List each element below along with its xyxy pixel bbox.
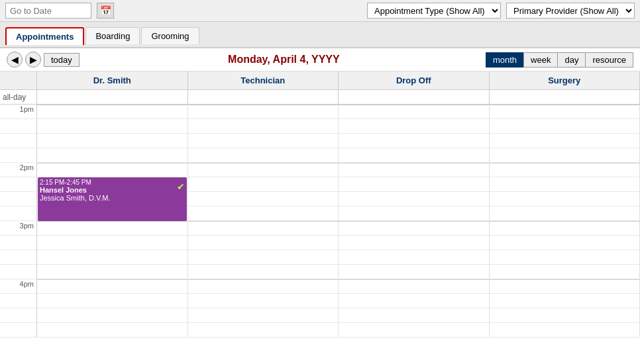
cell-1pm-2-dropoff[interactable] <box>339 134 490 148</box>
cell-3pm-2-dropoff[interactable] <box>339 250 490 264</box>
cell-1pm-0-drsmith[interactable] <box>37 105 188 118</box>
cell-4pm-0-surgery[interactable] <box>490 279 641 293</box>
time-row-3pm-2 <box>0 250 640 265</box>
cell-4pm-1-tech[interactable] <box>188 294 339 308</box>
cell-3pm-2-tech[interactable] <box>188 250 339 264</box>
cell-2pm-2-dropoff[interactable] <box>339 192 490 206</box>
cell-3pm-0-surgery[interactable] <box>490 221 641 235</box>
cell-1pm-0-tech[interactable] <box>188 105 339 118</box>
cell-3pm-2-drsmith[interactable] <box>37 250 188 264</box>
time-label-1pm-3 <box>0 148 37 162</box>
all-day-cell-4 <box>490 90 641 104</box>
tab-boarding[interactable]: Boarding <box>85 27 140 44</box>
cell-3pm-3-surgery[interactable] <box>490 265 641 279</box>
cell-4pm-2-surgery[interactable] <box>490 308 641 322</box>
all-day-label: all-day <box>0 90 37 104</box>
cell-2pm-1-drsmith[interactable]: 2:15 PM-2:45 PM Hansel Jones Jessica Smi… <box>37 177 188 191</box>
tab-grooming[interactable]: Grooming <box>141 27 199 44</box>
cell-1pm-3-surgery[interactable] <box>490 148 641 162</box>
tab-appointments[interactable]: Appointments <box>5 27 84 45</box>
cell-4pm-0-dropoff[interactable] <box>339 279 490 293</box>
cell-2pm-1-tech[interactable] <box>188 177 339 191</box>
cell-4pm-2-tech[interactable] <box>188 308 339 322</box>
cell-3pm-3-drsmith[interactable] <box>37 265 188 279</box>
cell-4pm-2-drsmith[interactable] <box>37 308 188 322</box>
time-row-2pm-0: 2pm <box>0 163 640 177</box>
cell-3pm-1-tech[interactable] <box>188 236 339 250</box>
go-to-date-input[interactable] <box>5 3 91 19</box>
cell-4pm-2-dropoff[interactable] <box>339 308 490 322</box>
cell-3pm-3-tech[interactable] <box>188 265 339 279</box>
cell-1pm-3-dropoff[interactable] <box>339 148 490 162</box>
cell-1pm-1-drsmith[interactable] <box>37 119 188 133</box>
cell-3pm-1-drsmith[interactable] <box>37 236 188 250</box>
cell-1pm-0-surgery[interactable] <box>490 105 641 118</box>
time-row-1pm-0: 1pm <box>0 105 640 119</box>
prev-button[interactable]: ◀ <box>7 52 23 68</box>
appointment-block[interactable]: 2:15 PM-2:45 PM Hansel Jones Jessica Smi… <box>38 177 187 221</box>
cell-4pm-1-drsmith[interactable] <box>37 294 188 308</box>
view-month-button[interactable]: month <box>486 52 523 68</box>
col-header-technician: Technician <box>188 71 339 89</box>
main-content: Dr. Smith Technician Drop Off Surgery al… <box>0 71 640 364</box>
tabs-bar: Appointments Boarding Grooming <box>0 22 640 48</box>
time-label-3pm-3 <box>0 265 37 279</box>
cell-1pm-3-drsmith[interactable] <box>37 148 188 162</box>
cell-2pm-1-surgery[interactable] <box>490 177 641 191</box>
time-label-3pm: 3pm <box>0 221 37 235</box>
view-day-button[interactable]: day <box>557 52 585 68</box>
time-row-4pm-1 <box>0 294 640 308</box>
cell-4pm-3-dropoff[interactable] <box>339 323 490 337</box>
cell-4pm-3-tech[interactable] <box>188 323 339 337</box>
cell-4pm-0-drsmith[interactable] <box>37 279 188 293</box>
cell-3pm-1-dropoff[interactable] <box>339 236 490 250</box>
time-row-4pm-3 <box>0 323 640 338</box>
cell-1pm-1-dropoff[interactable] <box>339 119 490 133</box>
check-icon: ✔ <box>177 181 185 192</box>
cell-3pm-0-drsmith[interactable] <box>37 221 188 235</box>
cell-1pm-2-drsmith[interactable] <box>37 134 188 148</box>
cell-4pm-0-tech[interactable] <box>188 279 339 293</box>
time-slots[interactable]: 1pm <box>0 105 640 364</box>
view-resource-button[interactable]: resource <box>585 52 633 68</box>
cell-2pm-2-surgery[interactable] <box>490 192 641 206</box>
time-row-1pm-3 <box>0 148 640 163</box>
cell-1pm-2-tech[interactable] <box>188 134 339 148</box>
cell-2pm-0-dropoff[interactable] <box>339 163 490 177</box>
cell-3pm-2-surgery[interactable] <box>490 250 641 264</box>
cell-3pm-0-tech[interactable] <box>188 221 339 235</box>
next-icon: ▶ <box>30 54 37 65</box>
cell-3pm-0-dropoff[interactable] <box>339 221 490 235</box>
cell-3pm-1-surgery[interactable] <box>490 236 641 250</box>
cell-2pm-2-tech[interactable] <box>188 192 339 206</box>
cell-2pm-0-tech[interactable] <box>188 163 339 177</box>
primary-provider-dropdown[interactable]: Primary Provider (Show All) <box>506 3 635 19</box>
cell-2pm-0-surgery[interactable] <box>490 163 641 177</box>
cell-1pm-0-dropoff[interactable] <box>339 105 490 118</box>
today-button[interactable]: today <box>44 53 80 67</box>
cell-4pm-3-drsmith[interactable] <box>37 323 188 337</box>
appointment-type-dropdown[interactable]: Appointment Type (Show All) <box>367 3 501 19</box>
cell-2pm-3-surgery[interactable] <box>490 206 641 220</box>
time-label-1pm: 1pm <box>0 105 37 118</box>
cell-2pm-3-dropoff[interactable] <box>339 206 490 220</box>
top-bar: 📅 Appointment Type (Show All) Primary Pr… <box>0 0 640 22</box>
cell-2pm-0-drsmith[interactable] <box>37 163 188 177</box>
cell-2pm-1-dropoff[interactable] <box>339 177 490 191</box>
cell-1pm-1-tech[interactable] <box>188 119 339 133</box>
calendar-icon-button[interactable]: 📅 <box>97 3 114 19</box>
view-week-button[interactable]: week <box>523 52 557 68</box>
cell-1pm-1-surgery[interactable] <box>490 119 641 133</box>
cell-1pm-3-tech[interactable] <box>188 148 339 162</box>
cell-1pm-2-surgery[interactable] <box>490 134 641 148</box>
appt-time: 2:15 PM-2:45 PM <box>40 179 185 186</box>
cell-3pm-3-dropoff[interactable] <box>339 265 490 279</box>
cell-2pm-3-tech[interactable] <box>188 206 339 220</box>
cell-4pm-1-dropoff[interactable] <box>339 294 490 308</box>
next-button[interactable]: ▶ <box>25 52 41 68</box>
cell-4pm-3-surgery[interactable] <box>490 323 641 337</box>
view-buttons: month week day resource <box>486 52 633 68</box>
all-day-cell-2 <box>188 90 339 104</box>
cell-4pm-1-surgery[interactable] <box>490 294 641 308</box>
calendar-nav: ◀ ▶ today Monday, April 4, YYYY month we… <box>0 48 640 71</box>
